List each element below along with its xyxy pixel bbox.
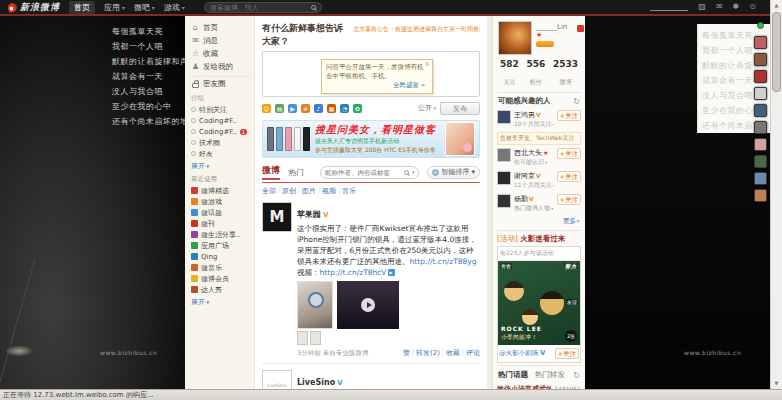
im-contact-avatar[interactable] (754, 155, 767, 168)
nav-search-input[interactable] (210, 4, 308, 11)
avatar[interactable] (497, 110, 511, 124)
scroll-down-icon[interactable]: ▼ (771, 378, 782, 389)
group-item[interactable]: Coding#F.. (191, 115, 252, 126)
groups-expand-link[interactable]: 展开 (191, 161, 252, 171)
activity-account[interactable]: @火影小剧场V (499, 349, 545, 358)
tab-hot-topics[interactable]: 热门话题 (498, 370, 528, 380)
group-item[interactable]: 好友 (191, 148, 252, 159)
compose-textarea[interactable]: 问答平台开放第一天，发微博有机会中平板相机、手机。 全民盛宴 » × (262, 51, 480, 97)
post-action-link[interactable]: 评论 (466, 348, 480, 358)
composer-icon[interactable]: # (301, 104, 310, 113)
visibility-dropdown[interactable]: 公开 (418, 103, 436, 113)
person-reason[interactable]: 11个共同关注 (514, 181, 554, 190)
avatar[interactable]: M (262, 202, 292, 232)
person-reason[interactable]: 10个共同关注 (514, 120, 554, 129)
feed-search-input[interactable] (325, 169, 401, 176)
avatar[interactable] (497, 194, 511, 208)
feed-filter-link[interactable]: 图片 (302, 186, 316, 196)
avatar[interactable] (497, 148, 511, 162)
profile-stat[interactable]: 2533微博 (553, 59, 578, 88)
thumbnail-image[interactable] (297, 331, 308, 345)
nav-item-weiba[interactable]: 微吧 (134, 2, 155, 13)
post-link[interactable]: http://t.cn/zT88yg (410, 257, 477, 266)
lock-product-photo[interactable] (297, 281, 333, 329)
composer-icon[interactable]: ◔ (340, 104, 349, 113)
group-item[interactable]: Coding#F.. 1 (191, 126, 252, 137)
nav-user-link[interactable] (650, 4, 688, 11)
sidebar-nav-item[interactable]: ⌂ 首页 (191, 21, 252, 34)
apps-expand-link[interactable]: 展开 (191, 297, 252, 307)
search-icon[interactable] (404, 170, 409, 175)
tab-hot-reposts[interactable]: 热门转发 (535, 370, 565, 380)
chevron-down-icon[interactable]: ▾ (412, 169, 415, 175)
video-thumbnail[interactable] (337, 281, 399, 329)
scroll-up-icon[interactable]: ▲ (771, 0, 782, 11)
skin-corner-icon[interactable] (577, 25, 584, 32)
follow-button[interactable]: +关注 (557, 148, 581, 159)
app-item[interactable]: 微博精选 (191, 185, 252, 196)
compose-icon[interactable]: ▨ (698, 3, 706, 11)
im-contact-avatar[interactable] (754, 104, 767, 117)
group-item[interactable]: 技术圈 (191, 137, 252, 148)
im-contact-avatar[interactable] (754, 138, 767, 151)
scrollbar[interactable]: ▲ ▼ (770, 0, 782, 389)
app-item[interactable]: 微刊 (191, 218, 252, 229)
sidebar-nav-item[interactable]: ♟ 发给我的 (191, 60, 252, 73)
im-contact-avatar[interactable] (754, 70, 767, 83)
im-contact-avatar[interactable] (754, 87, 767, 100)
tab-hot[interactable]: 热门 (288, 167, 304, 178)
activity-poster-image[interactable]: 青春 努力 友谊 ROCK LEE 小李向前冲！ 2张 (498, 261, 580, 345)
im-contact-avatar[interactable] (754, 172, 767, 185)
im-contact-avatar[interactable] (754, 121, 767, 134)
im-contact-avatar[interactable] (754, 36, 767, 49)
post-action-link[interactable]: 转发(2) (416, 348, 440, 358)
follow-button[interactable]: +关注 (557, 171, 581, 182)
composer-icon[interactable]: ♪ (314, 104, 323, 113)
post-action-link[interactable]: 收藏 (446, 348, 460, 358)
close-icon[interactable]: × (424, 60, 430, 69)
sidebar-nav-item[interactable]: ✉ 消息 (191, 34, 252, 47)
app-item[interactable]: 达人秀 (191, 284, 252, 295)
app-item[interactable]: 微生活分享.. (191, 229, 252, 240)
sidebar-nav-item[interactable]: ☆ 收藏 (191, 47, 252, 60)
feed-filter-link[interactable]: 全部 (262, 186, 276, 196)
profile-name[interactable]: ______Lin (536, 23, 580, 31)
sidebar-item-close-friends[interactable]: 密友圈 (191, 76, 252, 90)
composer-icon[interactable]: ✿ (353, 104, 362, 113)
nav-search-box[interactable] (204, 2, 322, 13)
person-reason[interactable]: 热门微博人物 (514, 204, 554, 213)
post-author[interactable]: 苹果园 (297, 210, 321, 219)
ad-banner[interactable]: 搜星问美女，看明星做客 就在美人汇专访明星手机新活动 参与竞猜赢取大奖 200台… (262, 120, 480, 158)
follow-button[interactable]: +关注 (557, 110, 581, 121)
group-item[interactable]: 特别关注 (191, 104, 252, 115)
mail-icon[interactable]: ✉ (716, 3, 723, 11)
feed-search-box[interactable]: ▾ (320, 166, 420, 179)
publish-button[interactable]: 发布 (440, 102, 480, 115)
app-item[interactable]: 微话题 (191, 207, 252, 218)
person-name[interactable]: 西北大头★ (514, 148, 554, 158)
app-item[interactable]: 应用广场 (191, 240, 252, 251)
person-reason[interactable]: 你可能认识 (514, 158, 554, 167)
person-name[interactable]: 王鸿男V (514, 110, 554, 120)
follow-button[interactable]: +关注 (557, 194, 581, 205)
follow-button[interactable]: +关注 (555, 348, 579, 359)
composer-icon[interactable]: ▤ (275, 104, 284, 113)
composer-icon[interactable]: ▦ (327, 104, 336, 113)
refresh-icon[interactable]: ↻ (573, 371, 580, 380)
post-action-link[interactable]: 赞 (403, 348, 410, 358)
profile-stat[interactable]: 582关注 (500, 59, 519, 88)
settings-icon[interactable]: ✱ (733, 3, 740, 11)
nav-item-home[interactable]: 首页 (69, 1, 95, 14)
weibo-logo[interactable]: 新浪微博 (8, 1, 60, 14)
person-name[interactable]: 杨勤V (514, 194, 554, 204)
activity-header[interactable]: [活动] 火影迷看过来 (497, 234, 581, 244)
app-item[interactable]: 微游戏 (191, 196, 252, 207)
refresh-icon[interactable]: ↻ (573, 97, 580, 106)
im-contact-avatar[interactable] (754, 53, 767, 66)
avatar[interactable] (498, 21, 532, 55)
avatar[interactable] (497, 171, 511, 185)
tab-weibo[interactable]: 微博 (262, 164, 280, 180)
profile-stat[interactable]: 556粉丝 (526, 59, 545, 88)
logout-icon[interactable]: ⊙ (749, 3, 756, 11)
tooltip-link[interactable]: 全民盛宴 » (326, 81, 425, 90)
